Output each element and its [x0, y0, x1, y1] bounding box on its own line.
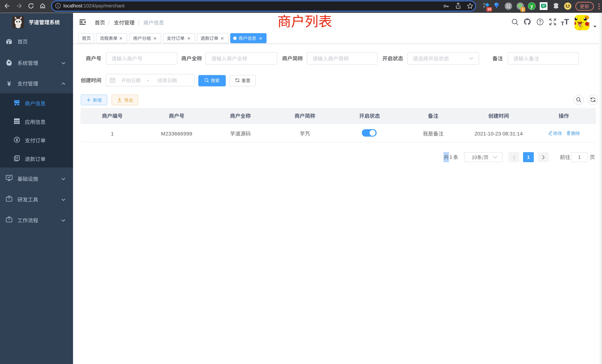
svg-text:y: y [530, 3, 533, 9]
